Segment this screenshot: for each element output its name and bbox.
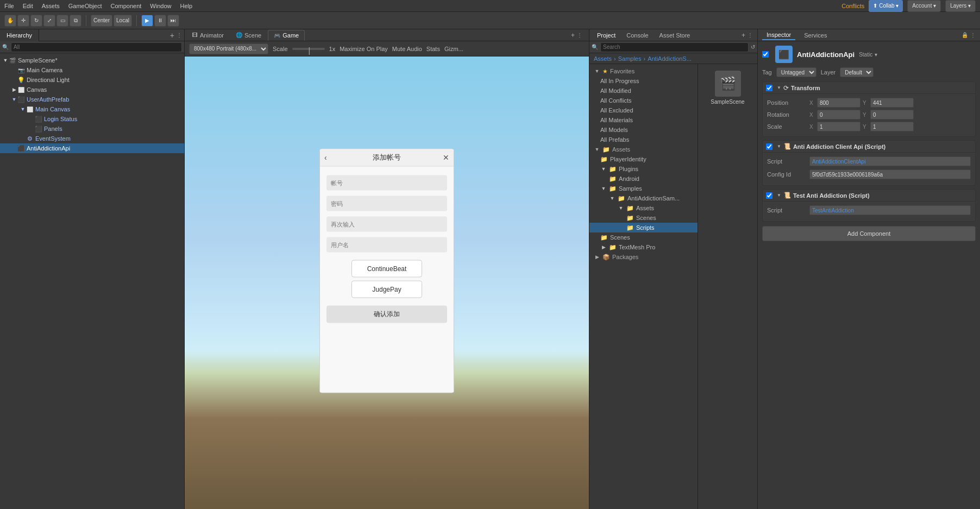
- tree-item-eventsystem[interactable]: ⚙ EventSystem: [0, 134, 184, 143]
- hierarchy-tab[interactable]: Hierarchy: [0, 29, 39, 41]
- tree-item-maincanvas[interactable]: ▼ ⬜ Main Canvas: [0, 104, 184, 114]
- antiadd-assets-folder[interactable]: ▼ 📁 Assets: [589, 203, 698, 213]
- layers-button[interactable]: Layers ▾: [945, 0, 976, 12]
- proj-add-icon[interactable]: +: [742, 32, 745, 39]
- samplescene-item[interactable]: 🎬 SampleScene: [700, 66, 755, 109]
- antiadd-test-enabled[interactable]: [766, 192, 772, 199]
- fav-all-materials[interactable]: All Materials: [589, 115, 698, 125]
- tab-asset-store[interactable]: Asset Store: [654, 31, 696, 40]
- scale-y-input[interactable]: [870, 122, 914, 131]
- inspector-tab[interactable]: Inspector: [762, 30, 795, 40]
- fav-all-modified[interactable]: All Modified: [589, 86, 698, 96]
- pos-y-input[interactable]: [870, 98, 914, 108]
- step-button[interactable]: ⏭: [167, 15, 179, 27]
- breadcrumb-samples[interactable]: Samples: [618, 55, 642, 62]
- tree-item-userauthprefab[interactable]: ▼ ⬛ UserAuthPrefab: [0, 95, 184, 104]
- antiadd-client-enabled[interactable]: [766, 143, 772, 150]
- pos-x-input[interactable]: [817, 98, 860, 108]
- services-tab[interactable]: Services: [800, 31, 831, 40]
- packages-folder[interactable]: ▶ 📦 Packages: [589, 252, 698, 262]
- tab-game[interactable]: 🎮 Game: [268, 30, 305, 41]
- menu-assets[interactable]: Assets: [42, 3, 60, 9]
- transform-header[interactable]: ▼ ⟳ Transform: [763, 82, 975, 94]
- static-arrow[interactable]: ▾: [875, 52, 877, 58]
- assets-folder[interactable]: ▼ 📁 Assets: [589, 144, 698, 154]
- antiadd-folder[interactable]: ▼ 📁 AntiAddictionSam...: [589, 193, 698, 203]
- tree-item-antiadd[interactable]: ⬛ AntiAddictionApi: [0, 143, 184, 153]
- tree-item-maincamera[interactable]: 📷 Main Camera: [0, 65, 184, 75]
- account-button[interactable]: Account ▾: [907, 0, 941, 12]
- samples-folder[interactable]: ▼ 📁 Samples: [589, 184, 698, 193]
- transform-enabled[interactable]: [766, 85, 772, 91]
- tab-project[interactable]: Project: [592, 31, 621, 40]
- hierarchy-add-icon[interactable]: +: [170, 31, 174, 40]
- breadcrumb-antiadd[interactable]: AntiAddictionS...: [648, 55, 692, 62]
- breadcrumb-assets[interactable]: Assets: [594, 55, 612, 62]
- mute-audio[interactable]: Mute Audio: [392, 46, 422, 52]
- project-search-input[interactable]: [600, 42, 749, 52]
- fav-all-excluded[interactable]: All Excluded: [589, 105, 698, 115]
- view-menu-icon[interactable]: ⋮: [577, 32, 582, 38]
- playeridentity-folder[interactable]: 📁 PlayerIdentity: [589, 154, 698, 164]
- textmeshpro-folder[interactable]: ▶ 📁 TextMesh Pro: [589, 242, 698, 252]
- hierarchy-menu-icon[interactable]: ⋮: [177, 32, 182, 38]
- inspector-menu-icon[interactable]: ⋮: [970, 32, 976, 38]
- android-folder[interactable]: 📁 Android: [589, 174, 698, 184]
- tree-item-samplescene[interactable]: ▼ 🎬 SampleScene*: [0, 55, 184, 65]
- collab-button[interactable]: ⬆ Collab ▾: [869, 0, 903, 12]
- rot-x-input[interactable]: [817, 110, 860, 120]
- antiadd-client-header[interactable]: ▼ 📜 Anti Addiction Client Api (Script): [763, 141, 975, 153]
- obj-active-checkbox[interactable]: [762, 51, 769, 58]
- fav-all-models[interactable]: All Models: [589, 125, 698, 135]
- move-tool[interactable]: ✛: [17, 15, 29, 27]
- mobile-back-button[interactable]: ‹: [324, 153, 327, 162]
- stats[interactable]: Stats: [426, 46, 440, 52]
- rect-tool[interactable]: ▭: [56, 15, 68, 27]
- center-button[interactable]: Center: [91, 15, 112, 27]
- tree-item-canvas[interactable]: ▶ ⬜ Canvas: [0, 85, 184, 95]
- username-field[interactable]: [326, 237, 447, 252]
- password-field[interactable]: [326, 196, 447, 211]
- fav-all-conflicts[interactable]: All Conflicts: [589, 96, 698, 105]
- scale-x-input[interactable]: [817, 122, 860, 131]
- mobile-close-button[interactable]: ✕: [443, 153, 449, 162]
- transform-tool[interactable]: ⧉: [70, 15, 81, 27]
- scenes-folder2[interactable]: 📁 Scenes: [589, 232, 698, 242]
- layer-select[interactable]: Default: [840, 67, 874, 77]
- account-field[interactable]: [326, 175, 447, 190]
- play-button[interactable]: ▶: [141, 15, 153, 27]
- scripts-folder[interactable]: 📁 Scripts: [589, 223, 698, 232]
- scenes-folder1[interactable]: 📁 Scenes: [589, 213, 698, 223]
- proj-menu-icon[interactable]: ⋮: [747, 32, 753, 38]
- tree-item-panels[interactable]: ⬛ Panels: [0, 124, 184, 134]
- menu-component[interactable]: Component: [110, 3, 141, 9]
- tab-animator[interactable]: 🎞 Animator: [187, 30, 229, 41]
- tab-console[interactable]: Console: [621, 31, 654, 40]
- continue-beat-button[interactable]: ContinueBeat: [351, 260, 422, 277]
- confirm-field[interactable]: [326, 216, 447, 231]
- hand-tool[interactable]: ✋: [4, 15, 16, 27]
- rot-y-input[interactable]: [870, 110, 914, 120]
- tree-item-dirlight[interactable]: 💡 Directional Light: [0, 75, 184, 85]
- tree-item-loginstatus[interactable]: ⬛ Login Status: [0, 114, 184, 124]
- scale-tool[interactable]: ⤢: [43, 15, 55, 27]
- view-add-icon[interactable]: +: [571, 32, 575, 39]
- menu-window[interactable]: Window: [150, 3, 171, 9]
- submit-button[interactable]: 确认添加: [326, 305, 447, 323]
- gizmos[interactable]: Gizm...: [444, 46, 463, 52]
- fav-all-in-progress[interactable]: All In Progress: [589, 76, 698, 86]
- inspector-lock-icon[interactable]: 🔒: [962, 32, 968, 38]
- local-button[interactable]: Local: [114, 15, 132, 27]
- tag-select[interactable]: Untagged: [776, 67, 816, 77]
- tab-scene[interactable]: 🌐 Scene: [230, 30, 267, 41]
- plugins-folder[interactable]: ▼ 📁 Plugins: [589, 164, 698, 174]
- maximize-on-play[interactable]: Maximize On Play: [340, 46, 388, 52]
- menu-file[interactable]: File: [4, 3, 14, 9]
- resolution-select[interactable]: 800x480 Portrait (480x8...: [189, 43, 268, 54]
- pause-button[interactable]: ⏸: [154, 15, 166, 27]
- add-component-button[interactable]: Add Component: [762, 226, 976, 241]
- menu-help[interactable]: Help: [180, 3, 192, 9]
- judge-pay-button[interactable]: JudgePay: [351, 280, 422, 298]
- menu-gameobject[interactable]: GameObject: [68, 3, 102, 9]
- fav-all-prefabs[interactable]: All Prefabs: [589, 135, 698, 144]
